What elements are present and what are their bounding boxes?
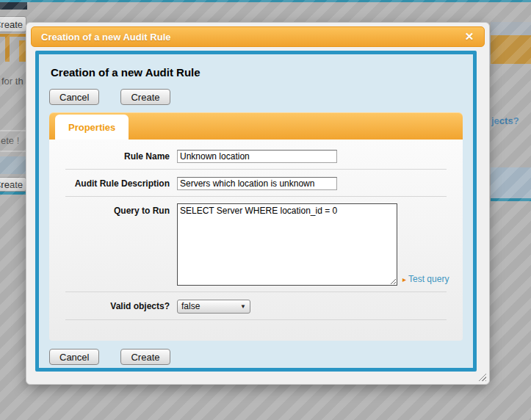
background-create-button-left: Create [0, 177, 26, 192]
valid-objects-label: Valid objects? [65, 299, 177, 314]
triangle-bullet-icon: ▸ [402, 275, 406, 283]
dialog-title: Creation of a new Audit Rule [41, 32, 170, 43]
background-text-fragment: for th [1, 76, 24, 87]
dialog-titlebar[interactable]: Creation of a new Audit Rule ✕ [31, 26, 485, 47]
tab-bar: Properties [49, 112, 463, 140]
tab-properties[interactable]: Properties [55, 115, 129, 140]
chevron-down-icon: ▼ [240, 303, 246, 310]
form-row-description: Audit Rule Description [65, 170, 447, 197]
form-area: Rule Name Audit Rule Description Query t… [49, 140, 463, 341]
close-icon[interactable]: ✕ [462, 30, 477, 43]
description-input[interactable] [177, 177, 337, 190]
form-row-valid-objects: Valid objects? false ▼ [65, 292, 447, 320]
valid-objects-select[interactable]: false ▼ [177, 300, 250, 314]
background-teal-rule [0, 192, 27, 195]
background-orange-tab-fragment [0, 34, 27, 37]
form-row-query: Query to Run SELECT Server WHERE locatio… [65, 197, 447, 292]
create-button-bottom[interactable]: Create [120, 349, 170, 365]
background-orange-tab-fragment [19, 40, 26, 62]
tab-properties-label: Properties [68, 122, 115, 133]
background-navy-block [0, 2, 27, 10]
create-button[interactable]: Create [120, 89, 170, 105]
audit-rule-dialog: Creation of a new Audit Rule ✕ Creation … [26, 22, 490, 385]
query-label: Query to Run [65, 203, 177, 286]
background-table-band [491, 167, 531, 198]
background-table-band [0, 156, 27, 174]
background-table-band [491, 22, 531, 35]
cancel-button[interactable]: Cancel [49, 89, 99, 105]
background-text-fragment: ete ! [1, 135, 19, 146]
background-create-button-top: Create [0, 16, 26, 32]
top-button-row: Cancel Create [49, 89, 463, 105]
test-query-label: Test query [408, 274, 449, 284]
page-title: Creation of a new Audit Rule [51, 66, 463, 79]
background-row-divider [0, 151, 27, 152]
background-link-fragment: jects? [491, 115, 519, 126]
background-orange-band [491, 35, 531, 64]
resize-grip-icon[interactable] [477, 372, 486, 381]
rule-name-input[interactable] [177, 150, 337, 163]
form-row-rule-name: Rule Name [65, 142, 447, 170]
bottom-button-row: Cancel Create [49, 349, 463, 365]
background-teal-rule [491, 198, 531, 201]
query-textarea[interactable]: SELECT Server WHERE location_id = 0 [177, 203, 397, 286]
rule-name-label: Rule Name [65, 149, 177, 163]
valid-objects-selected-value: false [181, 301, 200, 311]
test-query-link[interactable]: ▸Test query [402, 274, 449, 286]
background-orange-tab-fragment [5, 34, 10, 62]
cancel-button-bottom[interactable]: Cancel [49, 349, 99, 365]
dialog-body-panel: Creation of a new Audit Rule Cancel Crea… [35, 51, 477, 372]
background-teal-topbar [0, 0, 531, 2]
description-label: Audit Rule Description [65, 176, 177, 190]
background-row-divider [0, 130, 27, 131]
